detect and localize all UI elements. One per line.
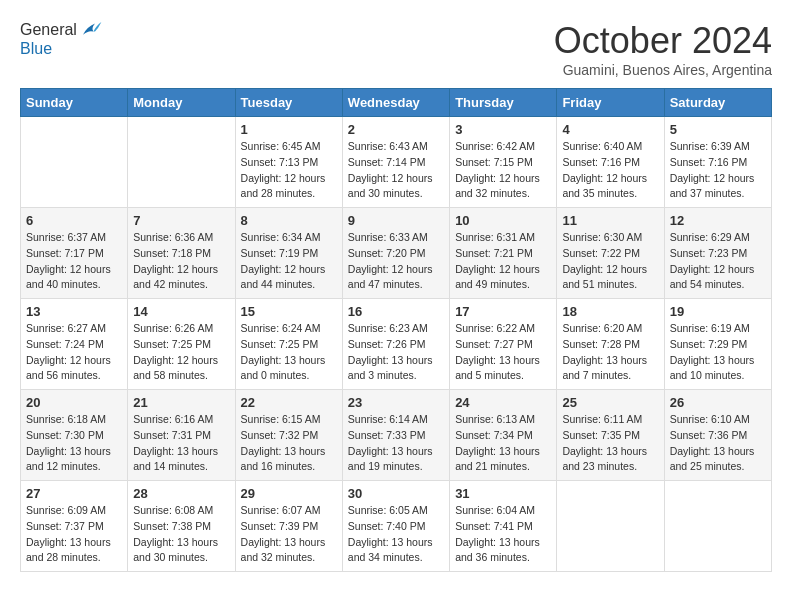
logo-blue-text: Blue: [20, 40, 103, 58]
calendar-cell: 31Sunrise: 6:04 AM Sunset: 7:41 PM Dayli…: [450, 481, 557, 572]
day-number: 8: [241, 213, 337, 228]
calendar-cell: 2Sunrise: 6:43 AM Sunset: 7:14 PM Daylig…: [342, 117, 449, 208]
day-number: 23: [348, 395, 444, 410]
location-text: Guamini, Buenos Aires, Argentina: [554, 62, 772, 78]
calendar-cell: 12Sunrise: 6:29 AM Sunset: 7:23 PM Dayli…: [664, 208, 771, 299]
day-info: Sunrise: 6:05 AM Sunset: 7:40 PM Dayligh…: [348, 503, 444, 566]
day-number: 29: [241, 486, 337, 501]
day-info: Sunrise: 6:29 AM Sunset: 7:23 PM Dayligh…: [670, 230, 766, 293]
month-title: October 2024: [554, 20, 772, 62]
day-info: Sunrise: 6:18 AM Sunset: 7:30 PM Dayligh…: [26, 412, 122, 475]
calendar-cell: [557, 481, 664, 572]
weekday-header-row: SundayMondayTuesdayWednesdayThursdayFrid…: [21, 89, 772, 117]
title-block: October 2024 Guamini, Buenos Aires, Arge…: [554, 20, 772, 78]
day-number: 11: [562, 213, 658, 228]
calendar-cell: 6Sunrise: 6:37 AM Sunset: 7:17 PM Daylig…: [21, 208, 128, 299]
day-number: 27: [26, 486, 122, 501]
day-number: 13: [26, 304, 122, 319]
day-info: Sunrise: 6:15 AM Sunset: 7:32 PM Dayligh…: [241, 412, 337, 475]
calendar-cell: 15Sunrise: 6:24 AM Sunset: 7:25 PM Dayli…: [235, 299, 342, 390]
calendar-table: SundayMondayTuesdayWednesdayThursdayFrid…: [20, 88, 772, 572]
calendar-cell: 8Sunrise: 6:34 AM Sunset: 7:19 PM Daylig…: [235, 208, 342, 299]
calendar-cell: [664, 481, 771, 572]
day-number: 2: [348, 122, 444, 137]
weekday-header-tuesday: Tuesday: [235, 89, 342, 117]
day-info: Sunrise: 6:33 AM Sunset: 7:20 PM Dayligh…: [348, 230, 444, 293]
day-number: 12: [670, 213, 766, 228]
day-number: 18: [562, 304, 658, 319]
calendar-cell: 9Sunrise: 6:33 AM Sunset: 7:20 PM Daylig…: [342, 208, 449, 299]
day-number: 21: [133, 395, 229, 410]
day-info: Sunrise: 6:26 AM Sunset: 7:25 PM Dayligh…: [133, 321, 229, 384]
calendar-cell: 10Sunrise: 6:31 AM Sunset: 7:21 PM Dayli…: [450, 208, 557, 299]
calendar-cell: 18Sunrise: 6:20 AM Sunset: 7:28 PM Dayli…: [557, 299, 664, 390]
calendar-cell: 1Sunrise: 6:45 AM Sunset: 7:13 PM Daylig…: [235, 117, 342, 208]
calendar-cell: [21, 117, 128, 208]
day-number: 22: [241, 395, 337, 410]
calendar-cell: 26Sunrise: 6:10 AM Sunset: 7:36 PM Dayli…: [664, 390, 771, 481]
day-info: Sunrise: 6:13 AM Sunset: 7:34 PM Dayligh…: [455, 412, 551, 475]
logo: General Blue: [20, 20, 103, 58]
calendar-cell: 21Sunrise: 6:16 AM Sunset: 7:31 PM Dayli…: [128, 390, 235, 481]
day-number: 15: [241, 304, 337, 319]
calendar-week-row: 20Sunrise: 6:18 AM Sunset: 7:30 PM Dayli…: [21, 390, 772, 481]
calendar-cell: 25Sunrise: 6:11 AM Sunset: 7:35 PM Dayli…: [557, 390, 664, 481]
day-info: Sunrise: 6:07 AM Sunset: 7:39 PM Dayligh…: [241, 503, 337, 566]
calendar-cell: 5Sunrise: 6:39 AM Sunset: 7:16 PM Daylig…: [664, 117, 771, 208]
day-number: 20: [26, 395, 122, 410]
day-info: Sunrise: 6:34 AM Sunset: 7:19 PM Dayligh…: [241, 230, 337, 293]
day-number: 4: [562, 122, 658, 137]
calendar-cell: [128, 117, 235, 208]
calendar-cell: 29Sunrise: 6:07 AM Sunset: 7:39 PM Dayli…: [235, 481, 342, 572]
calendar-cell: 7Sunrise: 6:36 AM Sunset: 7:18 PM Daylig…: [128, 208, 235, 299]
day-info: Sunrise: 6:36 AM Sunset: 7:18 PM Dayligh…: [133, 230, 229, 293]
calendar-cell: 13Sunrise: 6:27 AM Sunset: 7:24 PM Dayli…: [21, 299, 128, 390]
day-number: 30: [348, 486, 444, 501]
day-info: Sunrise: 6:40 AM Sunset: 7:16 PM Dayligh…: [562, 139, 658, 202]
calendar-week-row: 6Sunrise: 6:37 AM Sunset: 7:17 PM Daylig…: [21, 208, 772, 299]
calendar-cell: 19Sunrise: 6:19 AM Sunset: 7:29 PM Dayli…: [664, 299, 771, 390]
day-info: Sunrise: 6:10 AM Sunset: 7:36 PM Dayligh…: [670, 412, 766, 475]
calendar-cell: 27Sunrise: 6:09 AM Sunset: 7:37 PM Dayli…: [21, 481, 128, 572]
day-info: Sunrise: 6:45 AM Sunset: 7:13 PM Dayligh…: [241, 139, 337, 202]
weekday-header-monday: Monday: [128, 89, 235, 117]
logo-general-text: General: [20, 21, 77, 39]
calendar-week-row: 27Sunrise: 6:09 AM Sunset: 7:37 PM Dayli…: [21, 481, 772, 572]
calendar-cell: 3Sunrise: 6:42 AM Sunset: 7:15 PM Daylig…: [450, 117, 557, 208]
calendar-cell: 20Sunrise: 6:18 AM Sunset: 7:30 PM Dayli…: [21, 390, 128, 481]
logo-bird-icon: [79, 20, 103, 40]
day-info: Sunrise: 6:39 AM Sunset: 7:16 PM Dayligh…: [670, 139, 766, 202]
calendar-cell: 28Sunrise: 6:08 AM Sunset: 7:38 PM Dayli…: [128, 481, 235, 572]
day-info: Sunrise: 6:27 AM Sunset: 7:24 PM Dayligh…: [26, 321, 122, 384]
day-number: 28: [133, 486, 229, 501]
calendar-week-row: 13Sunrise: 6:27 AM Sunset: 7:24 PM Dayli…: [21, 299, 772, 390]
day-info: Sunrise: 6:04 AM Sunset: 7:41 PM Dayligh…: [455, 503, 551, 566]
day-info: Sunrise: 6:37 AM Sunset: 7:17 PM Dayligh…: [26, 230, 122, 293]
day-number: 24: [455, 395, 551, 410]
day-number: 19: [670, 304, 766, 319]
day-info: Sunrise: 6:31 AM Sunset: 7:21 PM Dayligh…: [455, 230, 551, 293]
calendar-cell: 30Sunrise: 6:05 AM Sunset: 7:40 PM Dayli…: [342, 481, 449, 572]
calendar-cell: 24Sunrise: 6:13 AM Sunset: 7:34 PM Dayli…: [450, 390, 557, 481]
day-info: Sunrise: 6:14 AM Sunset: 7:33 PM Dayligh…: [348, 412, 444, 475]
day-number: 25: [562, 395, 658, 410]
day-number: 17: [455, 304, 551, 319]
day-info: Sunrise: 6:42 AM Sunset: 7:15 PM Dayligh…: [455, 139, 551, 202]
calendar-cell: 22Sunrise: 6:15 AM Sunset: 7:32 PM Dayli…: [235, 390, 342, 481]
day-number: 26: [670, 395, 766, 410]
weekday-header-friday: Friday: [557, 89, 664, 117]
day-number: 14: [133, 304, 229, 319]
day-info: Sunrise: 6:24 AM Sunset: 7:25 PM Dayligh…: [241, 321, 337, 384]
day-number: 16: [348, 304, 444, 319]
calendar-cell: 11Sunrise: 6:30 AM Sunset: 7:22 PM Dayli…: [557, 208, 664, 299]
page-header: General Blue October 2024 Guamini, Bueno…: [20, 20, 772, 78]
day-number: 6: [26, 213, 122, 228]
weekday-header-saturday: Saturday: [664, 89, 771, 117]
calendar-week-row: 1Sunrise: 6:45 AM Sunset: 7:13 PM Daylig…: [21, 117, 772, 208]
weekday-header-wednesday: Wednesday: [342, 89, 449, 117]
day-number: 9: [348, 213, 444, 228]
day-number: 3: [455, 122, 551, 137]
calendar-cell: 16Sunrise: 6:23 AM Sunset: 7:26 PM Dayli…: [342, 299, 449, 390]
day-info: Sunrise: 6:43 AM Sunset: 7:14 PM Dayligh…: [348, 139, 444, 202]
day-number: 31: [455, 486, 551, 501]
